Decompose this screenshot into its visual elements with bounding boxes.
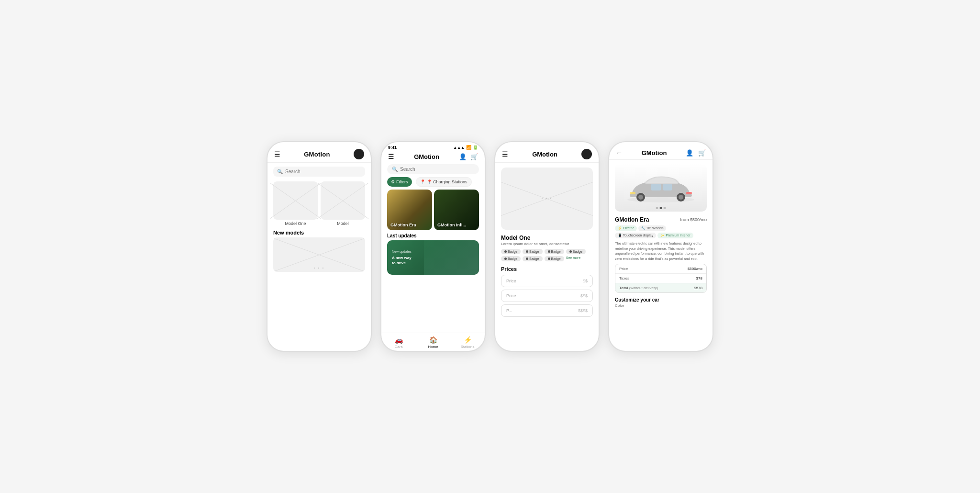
search-input-2[interactable] (400, 167, 474, 172)
car-listings-grid: GMotion Era GMotion Infi... (381, 190, 485, 230)
user-icon-4[interactable]: 👤 (686, 149, 693, 157)
badges-row: Badge Badge Badge Badge Badge Badge Badg… (495, 249, 599, 264)
phone2-header: ☰ GMotion 👤 🛒 (381, 151, 485, 163)
user-icon[interactable]: 👤 (459, 153, 467, 160)
update-headline: A new wayto drive (392, 256, 412, 265)
feature-interior: ✨ Premium interior (657, 233, 693, 238)
new-model-card[interactable]: • • • (273, 237, 365, 272)
price-taxes-label: Taxes (619, 276, 629, 280)
price-base-value: $500/mo (688, 267, 702, 271)
see-more-link[interactable]: See more (566, 256, 580, 261)
profile-circle[interactable] (354, 149, 364, 159)
cart-icon[interactable]: 🛒 (470, 153, 478, 160)
update-text: New updates A new wayto drive (392, 249, 412, 266)
product-name: GMotion Era (615, 216, 649, 223)
cart-icon-4[interactable]: 🛒 (698, 149, 706, 157)
phone4-title: GMotion (642, 149, 667, 157)
search-input[interactable] (285, 169, 361, 174)
phone4-header-icons: 👤 🛒 (686, 149, 706, 157)
stations-nav-icon: ⚡ (464, 336, 472, 344)
filter-label: Filters (396, 179, 408, 184)
time: 9:41 (388, 145, 397, 150)
badge-6: Badge (523, 256, 542, 261)
nav-cars[interactable]: 🚗 Cars (381, 336, 416, 349)
header-icons: 👤 🛒 (459, 153, 478, 160)
badge-1: Badge (501, 249, 521, 254)
status-bar: 9:41 ▲▲▲ 📶 🔋 (381, 142, 485, 151)
filter-icon: ⚙ (391, 179, 395, 184)
product-description: The ultimate electric car with new featu… (609, 240, 713, 264)
product-car-image (615, 164, 707, 212)
charging-stations-button[interactable]: 📍 📍 Charging Stations (416, 177, 472, 187)
svg-rect-5 (651, 184, 661, 190)
last-updates-title: Last updates (381, 233, 485, 240)
price-symbol-2: $$$ (580, 293, 588, 298)
signal-icon: ▲▲▲ (453, 146, 465, 150)
price-total-value: $578 (694, 286, 702, 290)
home-nav-label: Home (428, 345, 438, 349)
price-row-base: Price $500/mo (615, 264, 706, 274)
station-label: 📍 Charging Stations (427, 179, 468, 184)
phone1-header: ☰ GMotion (267, 142, 371, 163)
phone3-header: ☰ GMotion (495, 142, 599, 163)
update-card[interactable]: New updates A new wayto drive (387, 240, 479, 275)
filters-button[interactable]: ⚙ Filters (387, 177, 412, 187)
main-car-placeholder: • • • (501, 168, 593, 230)
car-card-2[interactable]: Model (321, 181, 365, 226)
profile-circle-3[interactable] (581, 149, 592, 159)
bottom-navbar: 🚗 Cars 🏠 Home ⚡ Stations (381, 333, 485, 351)
color-label: Color (609, 303, 713, 308)
new-models-title: New models (267, 226, 371, 237)
price-total-label: Total (without delivery) (619, 286, 658, 290)
car-cards-grid: Model One Model (267, 181, 371, 226)
feature-electric: ⚡ Electric (615, 225, 637, 231)
price-field-3[interactable]: P... $$$$ (501, 304, 593, 317)
filter-row: ⚙ Filters 📍 📍 Charging Stations (381, 177, 485, 190)
car-listing-name-2: GMotion Infi... (437, 223, 466, 227)
nav-stations[interactable]: ⚡ Stations (450, 336, 485, 349)
card-dots: • • • (314, 266, 325, 272)
model-one-desc: Lorem ipsum dolor sit amet, consectetur (495, 242, 599, 249)
price-taxes-value: $78 (696, 276, 702, 280)
phone-1: ☰ GMotion 🔍 Model One Model New models •… (267, 141, 372, 352)
menu-icon-2[interactable]: ☰ (388, 153, 394, 160)
product-price: from $500/mo (680, 217, 707, 222)
svg-rect-6 (663, 184, 672, 190)
price-symbol-3: $$$$ (578, 308, 588, 313)
product-name-row: GMotion Era from $500/mo (609, 215, 713, 224)
svg-rect-7 (630, 192, 635, 194)
dot-1 (656, 207, 658, 209)
car-card-1[interactable]: Model One (273, 181, 318, 226)
phone2-search-bar[interactable]: 🔍 (387, 164, 479, 174)
price-row-taxes: Taxes $78 (615, 274, 706, 283)
menu-icon-3[interactable]: ☰ (502, 150, 508, 158)
search-icon: 🔍 (277, 169, 283, 174)
model-one-name: Model One (495, 233, 599, 242)
price-table: Price $500/mo Taxes $78 Total (without d… (615, 264, 707, 293)
back-button[interactable]: ← (616, 149, 623, 157)
update-tag: New updates (392, 249, 412, 254)
price-label-1: Price (506, 279, 516, 283)
location-icon: 📍 (420, 179, 425, 184)
home-nav-icon: 🏠 (429, 336, 437, 344)
badge-7: Badge (545, 256, 564, 261)
phone-4: ← GMotion 👤 🛒 (608, 141, 713, 352)
nav-home[interactable]: 🏠 Home (416, 336, 450, 349)
car-label-1: Model One (273, 221, 318, 226)
price-field-2[interactable]: Price $$$ (501, 290, 593, 302)
badge-4: Badge (566, 249, 586, 254)
cars-nav-icon: 🚗 (395, 336, 403, 344)
customize-title: Customize your car (609, 295, 713, 303)
car-listing-name-1: GMotion Era (390, 223, 416, 227)
phone3-title: GMotion (532, 151, 557, 158)
car-listing-1[interactable]: GMotion Era (387, 190, 432, 230)
image-dots (656, 207, 666, 209)
phone1-search-bar[interactable]: 🔍 (273, 167, 365, 177)
main-dots: • • • (542, 196, 553, 202)
price-label-2: Price (506, 293, 516, 298)
price-field-1[interactable]: Price $$ (501, 275, 593, 287)
car-listing-2[interactable]: GMotion Infi... (434, 190, 479, 230)
menu-icon[interactable]: ☰ (274, 150, 280, 158)
car-image-2 (321, 181, 365, 220)
search-icon-2: 🔍 (392, 167, 398, 172)
